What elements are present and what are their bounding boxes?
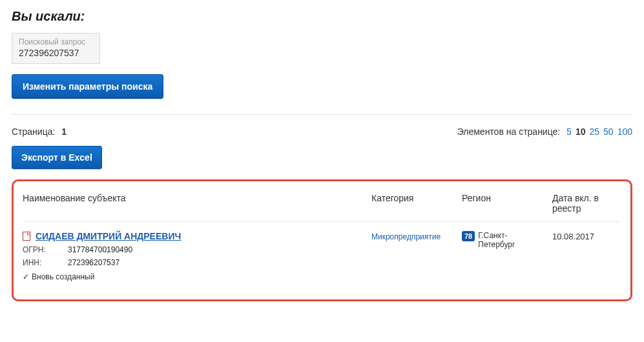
- document-icon: [23, 232, 30, 241]
- page-label: Страница:: [12, 126, 55, 137]
- status-text: Вновь созданный: [32, 272, 94, 281]
- inclusion-date: 10.08.2017: [552, 232, 594, 241]
- search-query-box: Поисковый запрос 272396207537: [12, 33, 100, 64]
- results-table: Наименование субъекта Категория Регион Д…: [12, 179, 632, 301]
- per-page-options: 5102550100: [563, 126, 632, 137]
- pagination-row: Страница: 1 Элементов на странице: 51025…: [12, 115, 632, 146]
- search-query-value: 272396207537: [19, 48, 85, 58]
- check-icon: ✓: [23, 272, 29, 281]
- inn-label: ИНН:: [23, 258, 68, 267]
- header-category: Категория: [371, 193, 462, 203]
- per-page-option-10: 10: [576, 126, 586, 137]
- category-link[interactable]: Микропредприятие: [371, 232, 441, 241]
- change-search-params-button[interactable]: Изменить параметры поиска: [12, 74, 163, 99]
- region-code-badge: 78: [462, 231, 475, 241]
- page-title: Вы искали:: [12, 9, 632, 24]
- export-excel-button[interactable]: Экспорт в Excel: [12, 146, 102, 169]
- page-current: 1: [61, 126, 67, 137]
- ogrn-value: 317784700190490: [68, 245, 132, 254]
- header-name: Наименование субъекта: [23, 193, 371, 203]
- per-page-option-5[interactable]: 5: [566, 126, 572, 137]
- page-indicator: Страница: 1: [12, 126, 67, 137]
- per-page-label: Элементов на странице:: [457, 126, 561, 137]
- table-header: Наименование субъекта Категория Регион Д…: [23, 193, 621, 222]
- per-page-option-25[interactable]: 25: [589, 126, 599, 137]
- subject-name-link[interactable]: СИДАЕВ ДМИТРИЙ АНДРЕЕВИЧ: [36, 231, 181, 241]
- per-page-option-100[interactable]: 100: [618, 126, 632, 137]
- inn-value: 272396207537: [68, 258, 119, 267]
- status-row: ✓Вновь созданный: [23, 272, 365, 281]
- search-query-label: Поисковый запрос: [19, 37, 85, 46]
- per-page-option-50[interactable]: 50: [603, 126, 614, 137]
- ogrn-label: ОГРН:: [23, 245, 68, 254]
- per-page-indicator: Элементов на странице: 5102550100: [457, 126, 632, 137]
- region-name: Г.Санкт-Петербург: [478, 231, 536, 249]
- header-region: Регион: [462, 193, 552, 203]
- table-row: СИДАЕВ ДМИТРИЙ АНДРЕЕВИЧ ОГРН: 317784700…: [23, 231, 621, 281]
- header-date: Дата вкл. в реестр: [552, 193, 621, 214]
